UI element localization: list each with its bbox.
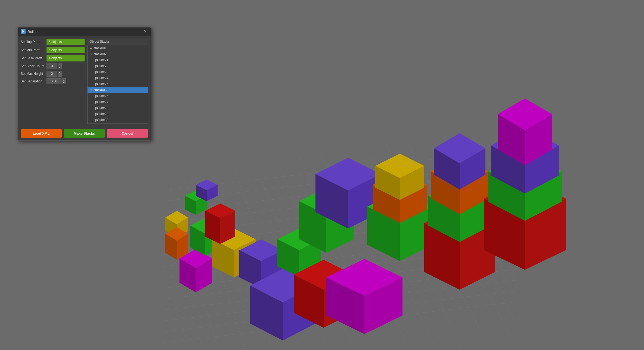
svg-line-12 <box>163 280 517 321</box>
svg-marker-64 <box>364 277 403 334</box>
svg-marker-57 <box>250 286 283 340</box>
svg-marker-85 <box>460 196 491 242</box>
cancel-button[interactable]: Cancel <box>107 129 148 138</box>
svg-line-22 <box>321 153 408 348</box>
svg-marker-100 <box>525 145 559 194</box>
set-stack-count-label: Set Stack Count <box>21 64 47 68</box>
svg-marker-91 <box>460 148 485 190</box>
svg-marker-86 <box>431 156 488 187</box>
svg-marker-106 <box>196 196 207 215</box>
right-panel: Object Stacks ▶stack001▼stack002pCube21p… <box>87 39 148 124</box>
set-stack-count-input[interactable] <box>47 63 57 69</box>
svg-marker-98 <box>491 127 559 164</box>
dialog-title: Builder <box>28 30 142 34</box>
svg-marker-79 <box>400 166 424 200</box>
svg-line-10 <box>163 258 517 299</box>
max-height-up[interactable]: ▲ <box>58 71 62 74</box>
svg-marker-35 <box>165 227 188 241</box>
svg-marker-39 <box>179 258 196 292</box>
tree-item-pCube28[interactable]: pCube28 <box>88 105 148 111</box>
svg-marker-81 <box>424 223 460 290</box>
svg-line-2 <box>163 171 517 212</box>
set-mid-parts-label: Set Mid Parts <box>21 48 47 52</box>
tree-item-stack003[interactable]: ▼stack003 <box>88 87 148 93</box>
stack-count-down[interactable]: ▼ <box>58 66 62 69</box>
separation-up[interactable]: ▲ <box>62 78 66 81</box>
tree-item-pCube27[interactable]: pCube27 <box>88 99 148 105</box>
tree-item-pCube30[interactable]: pCube30 <box>88 117 148 123</box>
set-max-height-label: Set Max Height <box>21 72 47 76</box>
left-panel: Set Top Parts 5 objects Set Mid Parts 6 … <box>21 39 85 124</box>
set-max-height-row: Set Max Height ▲ ▼ <box>21 71 85 77</box>
svg-line-6 <box>163 215 517 256</box>
svg-marker-38 <box>179 249 212 268</box>
svg-marker-47 <box>205 203 235 218</box>
svg-line-19 <box>256 165 326 348</box>
svg-line-4 <box>163 193 517 234</box>
svg-marker-51 <box>239 250 261 288</box>
svg-line-7 <box>163 226 517 267</box>
set-separation-row: Set Separation ▲ ▼ <box>21 78 85 84</box>
svg-marker-50 <box>239 239 283 261</box>
set-top-parts-row: Set Top Parts 5 objects <box>21 39 85 45</box>
svg-line-28 <box>451 140 517 307</box>
set-max-height-input[interactable] <box>47 71 57 77</box>
tree-item-stack002[interactable]: ▼stack002 <box>88 51 148 57</box>
svg-marker-107 <box>196 179 218 190</box>
set-top-parts-label: Set Top Parts <box>21 40 47 44</box>
stack-count-up[interactable]: ▲ <box>58 63 62 66</box>
separation-spinner: ▲ ▼ <box>62 78 66 84</box>
svg-line-17 <box>212 174 272 348</box>
tree-item-pCube24[interactable]: pCube24 <box>88 75 148 81</box>
svg-marker-99 <box>491 145 525 194</box>
svg-marker-108 <box>196 185 207 201</box>
svg-marker-73 <box>400 207 432 261</box>
svg-marker-71 <box>367 190 432 223</box>
tree-item-pCube21[interactable]: pCube21 <box>88 57 148 63</box>
svg-marker-94 <box>525 199 566 270</box>
max-height-down[interactable]: ▼ <box>58 74 62 77</box>
set-top-parts-button[interactable]: 5 objects <box>47 39 85 45</box>
svg-marker-61 <box>324 275 354 328</box>
svg-line-16 <box>190 179 245 348</box>
svg-marker-95 <box>488 152 562 190</box>
set-base-parts-button[interactable]: 4 objects <box>47 55 85 61</box>
svg-line-26 <box>408 143 517 348</box>
dialog-body: Set Top Parts 5 objects Set Mid Parts 6 … <box>18 36 151 126</box>
tree-item-pCube23[interactable]: pCube23 <box>88 69 148 75</box>
svg-marker-52 <box>261 250 283 288</box>
svg-marker-76 <box>400 185 427 223</box>
svg-marker-104 <box>185 190 207 201</box>
set-stack-count-row: Set Stack Count ▲ ▼ <box>21 63 85 69</box>
svg-marker-67 <box>326 201 354 253</box>
svg-marker-96 <box>488 171 525 221</box>
separation-down[interactable]: ▼ <box>62 81 66 84</box>
svg-marker-54 <box>277 239 299 277</box>
set-max-height-input-wrap: ▲ ▼ <box>47 71 62 77</box>
tree-container[interactable]: ▶stack001▼stack002pCube21pCube22pCube23p… <box>87 45 148 124</box>
make-stacks-button[interactable]: Make Stacks <box>64 129 105 138</box>
close-button[interactable]: ✕ <box>142 29 148 34</box>
tree-item-pCube25[interactable]: pCube25 <box>88 81 148 87</box>
builder-dialog: M Builder ✕ Set Top Parts 5 objects Set … <box>18 27 151 141</box>
tree-item-pCube29[interactable]: pCube29 <box>88 111 148 117</box>
svg-line-9 <box>163 247 517 288</box>
load-xml-button[interactable]: Load XML <box>21 129 62 138</box>
svg-marker-53 <box>277 228 321 250</box>
svg-marker-105 <box>185 196 196 215</box>
svg-line-1 <box>163 160 517 201</box>
svg-marker-49 <box>220 211 235 244</box>
svg-line-25 <box>386 145 490 348</box>
svg-line-24 <box>364 147 462 348</box>
svg-marker-42 <box>190 226 205 256</box>
tree-item-pCube26[interactable]: pCube26 <box>88 93 148 99</box>
svg-line-15 <box>169 185 218 348</box>
svg-marker-41 <box>190 218 220 234</box>
tree-item-pCube22[interactable]: pCube22 <box>88 63 148 69</box>
svg-marker-103 <box>525 114 552 165</box>
set-separation-input[interactable] <box>47 78 61 84</box>
svg-marker-109 <box>207 185 218 201</box>
set-mid-parts-button[interactable]: 6 objects <box>47 47 85 53</box>
svg-line-18 <box>234 169 299 348</box>
tree-item-stack001[interactable]: ▶stack001 <box>88 45 148 51</box>
